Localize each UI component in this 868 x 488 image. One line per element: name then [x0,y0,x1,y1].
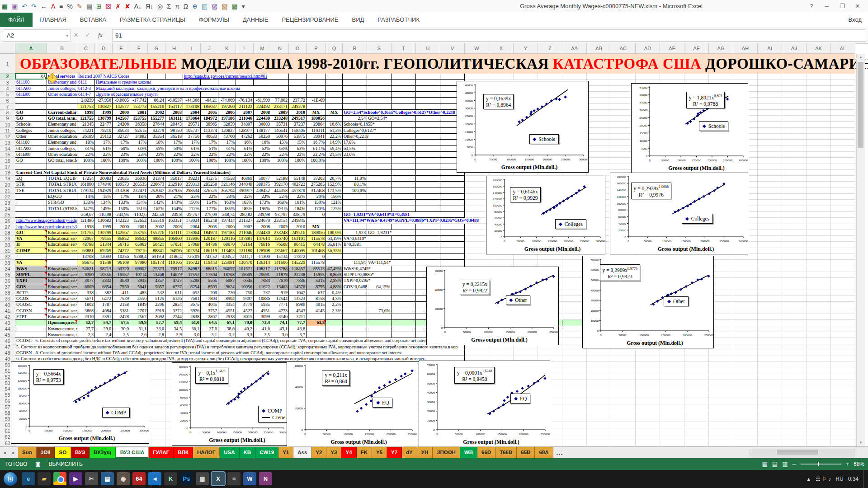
cell-U12[interactable] [416,134,440,140]
cell-R18[interactable] [343,170,367,176]
snipping-tool-icon[interactable]: ✂ [85,472,98,485]
column-header-T[interactable]: T [392,43,416,54]
cell-M15[interactable]: 22% [254,152,271,158]
cell-E20[interactable]: 189573 [113,182,130,188]
column-header-Q[interactable]: Q [326,43,343,54]
cell-T37[interactable] [392,284,416,290]
cell-A39[interactable]: OGOS [15,296,47,302]
cell-Q35[interactable]: 8,86% [326,272,343,278]
row-header-45[interactable]: 45 [0,332,15,338]
cell-A11[interactable]: Colleges [15,128,47,134]
sheet-tab-Y7[interactable]: Y7 [387,447,402,459]
cell-K43[interactable]: 67,1 [218,320,236,326]
cell-E6[interactable]: -9,8605 [113,98,130,104]
cell-A45[interactable] [15,332,47,338]
cell-K38[interactable]: 720 [218,290,236,296]
cell-I7[interactable]: 173108 [183,104,201,110]
cell-U23[interactable] [416,200,440,206]
cell-K14[interactable]: 61% [218,146,236,152]
cell-R36[interactable]: TXPI^0,0295* [343,278,392,284]
formula-input[interactable]: 61 [112,29,866,42]
cell-N24[interactable]: 191% [271,206,289,212]
cell-G14[interactable]: 59% [148,146,165,152]
cell-M24[interactable]: 195% [254,206,271,212]
cell-F25[interactable]: -1102,6 [130,212,148,218]
cell-R34[interactable]: W&S^0,4749* [343,266,392,272]
cell-R21[interactable]: 100,0% [343,188,367,194]
cell-R4[interactable] [343,86,367,92]
cell-U21[interactable] [416,188,440,194]
cell-J9[interactable]: 184972 [201,116,218,122]
cell-B13[interactable]: Elementary and secondar [47,140,77,146]
cell-R19[interactable]: 11,9% [343,176,367,182]
cell-L29[interactable]: 137881 [236,236,254,242]
row-header-10[interactable]: 10 [0,122,15,128]
cell-B34[interactable]: Educational services [47,266,77,272]
cell-R9[interactable]: 2,54 [343,116,367,122]
cell-C22[interactable]: 14% [77,194,95,200]
cell-L32[interactable]: -7411,1 [236,254,254,260]
cell-T35[interactable] [392,272,416,278]
cell-Q42[interactable] [326,314,343,320]
cell-G25[interactable]: 242,59 [148,212,165,218]
cell-J21[interactable]: 326525 [201,188,218,194]
cell-J26[interactable]: 185248 [201,218,218,224]
cell-D44[interactable]: 29,0 [95,326,113,332]
cell-P31[interactable]: 101468 [307,248,326,254]
cell-R43[interactable] [343,320,367,326]
cell-N9[interactable]: 233248 [271,116,289,122]
delete-columns-icon[interactable]: ✘ [125,1,130,12]
cell-Q39[interactable]: 4,5% [326,296,343,302]
row-header-48[interactable]: 48 [0,350,15,356]
cell-K37[interactable]: 9624 [218,284,236,290]
cell-E7[interactable]: 142577 [113,104,130,110]
cell-N25[interactable]: -93,797 [271,212,289,218]
cell-L39[interactable]: 9307 [236,296,254,302]
cell-M12[interactable]: 50250 [254,134,271,140]
cell-D41[interactable]: 4684 [95,308,113,314]
cell-L36[interactable]: 6645 [236,278,254,284]
cell-C12[interactable]: 26189 [77,134,95,140]
cell-O2[interactable] [289,74,307,80]
page-break-view-icon[interactable]: ▨ [782,458,788,470]
cell-B11[interactable]: Junior colleges, colleges [47,128,77,134]
cell-L15[interactable]: 22% [236,152,254,158]
zoom-level[interactable]: 68% [854,458,864,470]
cell-K17[interactable] [218,164,236,170]
cell-M40[interactable]: 5935 [254,302,271,308]
cell-V23[interactable] [440,200,465,206]
cell-Q44[interactable] [326,326,343,332]
chart-eq-power[interactable]: 0100002000030000400005000060000700000500… [419,361,550,447]
column-header-F[interactable]: F [130,43,148,54]
column-header-P[interactable]: P [307,43,326,54]
chart4-icon[interactable]: ▩ [232,1,238,12]
cell-G37[interactable]: 5657 [148,284,165,290]
insert-table-icon[interactable]: ⊞ [96,1,102,12]
cell-G8[interactable]: 2002 [148,110,165,116]
cell-G15[interactable]: 23% [148,152,165,158]
cell-P44[interactable] [307,326,326,332]
cell-F24[interactable]: 151% [130,206,148,212]
cell-G32[interactable]: 6319,4 [148,254,165,260]
cell-O38[interactable]: 1047 [289,290,307,296]
cell-Q45[interactable] [326,332,343,338]
cell-G26[interactable]: 155519 [148,218,165,224]
cell-N7[interactable]: 233171 [271,104,289,110]
cell-L41[interactable]: 4527 [236,308,254,314]
cell-J45[interactable]: 3,1 [201,332,218,338]
cell-A34[interactable]: W&S [15,266,47,272]
cell-H33[interactable]: 110166 [165,260,183,266]
cell-H25[interactable]: 239,8 [165,212,183,218]
cell-C31[interactable]: 63881 [77,248,95,254]
cell-C19[interactable]: 17254 [77,176,95,182]
cell-M45[interactable]: 3,5 [254,332,271,338]
chart2-icon[interactable]: ▨ [212,1,217,12]
cell-K31[interactable]: 113405 [218,248,236,254]
cell-O6[interactable]: 237,72 [289,98,307,104]
sign-in-button[interactable]: Вход [849,13,862,27]
sheet-tab-1Oil[interactable]: 1Oil [37,447,55,459]
cell-K20[interactable]: 321146 [218,182,236,188]
ribbon-tab-формулы[interactable]: ФОРМУЛЫ [192,13,236,27]
column-header-AB[interactable]: AB [587,43,611,54]
cell-A38[interactable]: BCTP [15,290,47,296]
